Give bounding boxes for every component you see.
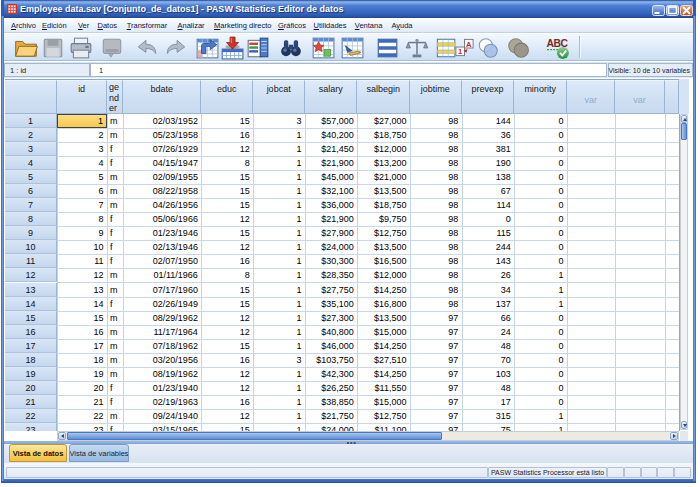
svg-text:1: 1	[458, 47, 463, 56]
svg-text:A: A	[466, 40, 472, 49]
